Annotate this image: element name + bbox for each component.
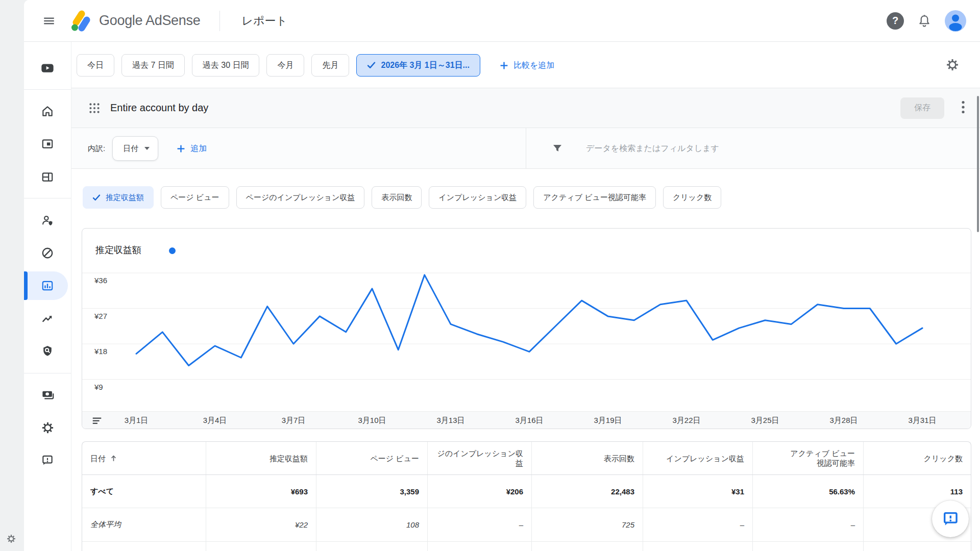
filter-search-input[interactable]: データを検索またはフィルタします — [540, 128, 980, 169]
check-icon — [92, 194, 101, 201]
metric-chip-estimated-earnings-selected[interactable]: 推定収益額 — [83, 186, 154, 209]
y-axis-tick: ¥9 — [94, 383, 119, 391]
cell-page-views: 3,359 — [316, 475, 427, 508]
column-header-estimated-earnings[interactable]: 推定収益額 — [206, 442, 316, 474]
plus-icon — [500, 61, 508, 70]
column-header-impressions[interactable]: 表示回数 — [531, 442, 643, 474]
avatar[interactable] — [945, 10, 966, 32]
cell-impression-rpm: – — [643, 508, 752, 541]
metric-chip-page-rpm[interactable]: ページのインプレッション収益 — [236, 186, 365, 209]
help-icon[interactable]: ? — [887, 12, 904, 30]
x-axis-tick: 3月7日 — [282, 416, 306, 425]
table-header-row: 日付 推定収益額 ページ ビュー ジのインプレッション収益 表示回数 インプレッ… — [82, 442, 971, 475]
column-header-page-views[interactable]: ページ ビュー — [316, 442, 427, 474]
add-comparison-label: 比較を追加 — [513, 60, 554, 71]
add-comparison-link[interactable]: 比較を追加 — [500, 60, 554, 71]
sidebar-divider — [24, 89, 71, 90]
cell-impressions: 725 — [531, 508, 643, 541]
dimension-select[interactable]: 日付 — [112, 136, 158, 161]
sidebar-item-privacy[interactable] — [35, 208, 60, 233]
metric-chip-impressions[interactable]: 表示回数 — [372, 186, 422, 209]
sidebar-item-youtube[interactable] — [35, 56, 60, 80]
cell-active-view: – — [752, 508, 863, 541]
filter-funnel-icon — [551, 142, 564, 155]
ads-icon — [41, 137, 54, 151]
sidebar-item-payments[interactable] — [35, 383, 60, 407]
earnings-line-chart — [82, 229, 971, 411]
notifications-bell-icon[interactable] — [917, 14, 932, 28]
chip-label: 過去 30 日間 — [203, 60, 249, 71]
metric-chip-impression-rpm[interactable]: インプレッション収益 — [429, 186, 526, 209]
date-chip-last-month[interactable]: 先月 — [311, 54, 349, 77]
bar-chart-reports-icon — [41, 279, 54, 292]
sidebar-item-settings[interactable] — [35, 415, 60, 440]
chip-label: 推定収益額 — [106, 193, 144, 203]
chip-label: ページのインプレッション収益 — [246, 193, 355, 203]
youtube-icon — [40, 61, 55, 75]
row-label: すべて — [82, 475, 206, 508]
sidebar-item-optimization[interactable] — [35, 307, 60, 331]
sidebar-item-policy-center[interactable] — [35, 339, 60, 363]
chip-label: クリック数 — [673, 193, 712, 203]
hamburger-menu-icon[interactable] — [40, 12, 58, 30]
adsense-logo-icon — [69, 10, 93, 32]
cell-impression-rpm: ¥31 — [643, 475, 752, 508]
row-label: 全体平均 — [82, 508, 206, 541]
scrollbar-thumb[interactable] — [977, 96, 979, 232]
y-axis-tick: ¥36 — [94, 276, 119, 285]
breakdown-label: 内訳: — [88, 144, 105, 154]
date-chip-last-30-days[interactable]: 過去 30 日間 — [192, 54, 260, 77]
sidebar-item-ads[interactable] — [35, 132, 60, 156]
sidebar — [24, 42, 71, 551]
check-icon — [367, 62, 376, 69]
page-title: レポート — [241, 13, 287, 29]
adsense-logo[interactable]: Google AdSense — [69, 10, 200, 32]
x-axis-tick: 3月28日 — [829, 416, 857, 425]
column-header-active-view-viewability[interactable]: アクティブ ビュー視認可能率 — [752, 442, 863, 474]
date-chip-last-7-days[interactable]: 過去 7 日間 — [121, 54, 185, 77]
column-header-impression-rpm[interactable]: インプレッション収益 — [643, 442, 752, 474]
report-toolbar: Entire account by day 保存 — [71, 88, 980, 128]
metric-chip-active-view-viewability[interactable]: アクティブ ビュー視認可能率 — [533, 186, 656, 209]
date-range-chips: 今日 過去 7 日間 過去 30 日間 今月 先月 2026年 3月 1日～31… — [77, 54, 554, 77]
sidebar-item-blocking-controls[interactable] — [35, 241, 60, 265]
feedback-fab[interactable] — [932, 500, 969, 537]
chart-title: 推定収益額 — [95, 244, 141, 256]
add-breakdown-link[interactable]: 追加 — [177, 143, 207, 154]
filter-placeholder: データを検索またはフィルタします — [586, 143, 719, 154]
axis-menu-icon[interactable] — [91, 415, 103, 429]
date-chip-this-month[interactable]: 今月 — [266, 54, 304, 77]
cell-estimated-earnings: ¥22 — [206, 508, 316, 541]
chip-label: 今月 — [277, 60, 293, 71]
x-axis-strip: 3月1日3月4日3月7日3月10日3月13日3月16日3月19日3月22日3月2… — [82, 411, 971, 429]
more-options-kebab-icon[interactable] — [960, 97, 967, 119]
breakdown-row: 内訳: 日付 追加 データを検索またはフィルタします — [71, 128, 980, 169]
chevron-down-icon — [144, 147, 150, 150]
block-icon — [41, 246, 54, 260]
column-header-clicks[interactable]: クリック数 — [863, 442, 971, 474]
save-button[interactable]: 保存 — [900, 97, 944, 119]
date-chip-today[interactable]: 今日 — [77, 54, 114, 77]
report-settings-gear-icon[interactable] — [945, 58, 960, 74]
grid-dots-icon[interactable] — [88, 102, 101, 115]
brand-text: Google AdSense — [99, 13, 200, 29]
sidebar-divider — [24, 373, 71, 373]
column-header-date[interactable]: 日付 — [82, 442, 206, 474]
report-title: Entire account by day — [110, 102, 208, 114]
x-axis-tick: 3月31日 — [908, 416, 936, 425]
page-gutter-gear-icon[interactable] — [6, 534, 16, 546]
sidebar-item-feedback[interactable] — [35, 448, 60, 472]
sidebar-item-reports[interactable] — [35, 273, 60, 298]
metric-chip-clicks[interactable]: クリック数 — [663, 186, 721, 209]
y-axis-tick: ¥18 — [94, 347, 119, 356]
cell-active-view: 56.63% — [752, 475, 863, 508]
metric-chip-page-views[interactable]: ページ ビュー — [161, 186, 229, 209]
sidebar-item-sites[interactable] — [35, 165, 60, 189]
cell-page-rpm: – — [427, 508, 531, 541]
x-axis-tick: 3月10日 — [358, 416, 386, 425]
date-chip-custom-range-selected[interactable]: 2026年 3月 1日～31日... — [356, 54, 480, 77]
chip-label: 過去 7 日間 — [132, 60, 174, 71]
x-axis-tick: 3月22日 — [672, 416, 700, 425]
sidebar-item-home[interactable] — [35, 99, 60, 123]
column-header-page-rpm[interactable]: ジのインプレッション収益 — [427, 442, 531, 474]
